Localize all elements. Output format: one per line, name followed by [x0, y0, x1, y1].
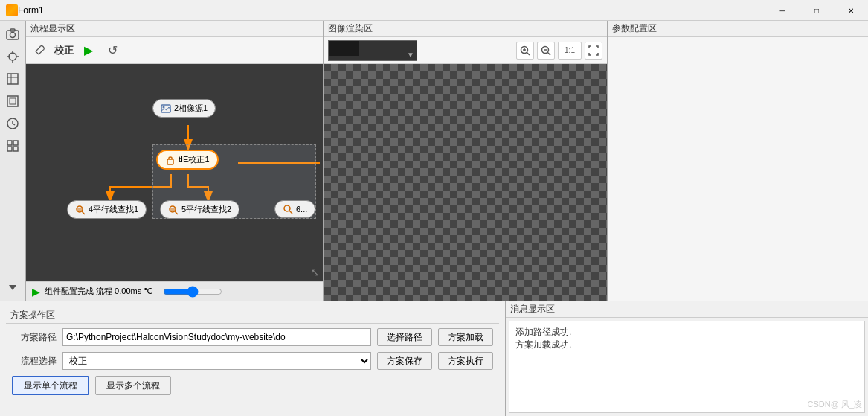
clock-tool-button[interactable]: [2, 113, 23, 134]
node-image-source[interactable]: 2相像源1: [152, 99, 216, 118]
execute-button[interactable]: 方案执行: [438, 352, 493, 370]
frame-tool-button[interactable]: [2, 91, 23, 112]
path-input[interactable]: [62, 328, 371, 346]
zoom-fit-button[interactable]: [585, 42, 602, 60]
flow-label: 流程选择: [12, 355, 57, 368]
flow-status-bar: ▶ 组件配置完成 流程 0.00ms ℃: [26, 281, 323, 301]
app-icon: [6, 4, 18, 16]
show-multi-flow-button[interactable]: 显示多个流程: [95, 376, 171, 395]
play-toolbar-button[interactable]: ▶: [80, 42, 97, 60]
wrench-toolbar-button[interactable]: [30, 42, 48, 60]
svg-line-39: [527, 52, 530, 55]
message-panel: 消息显示区 添加路径成功. 方案加载成功. CSDN@ 风_凌: [506, 301, 868, 416]
arrow-tool-button[interactable]: [2, 277, 23, 298]
params-content: [608, 37, 868, 301]
bottom-section: 方案操作区 方案路径 选择路径 方案加载 流程选择 校正 方案保存 方案执行: [0, 301, 868, 416]
main-container: 流程显示区 校正 ▶ ↺: [0, 21, 868, 416]
image-panel-header: 图像渲染区: [324, 21, 607, 37]
thumb-arrow-icon: ▼: [407, 51, 414, 59]
clock-icon: [6, 117, 19, 130]
crosshair-tool-button[interactable]: [2, 46, 23, 67]
zoom-out-button[interactable]: [537, 42, 555, 60]
node-label: 2相像源1: [174, 103, 208, 114]
path-label: 方案路径: [12, 331, 57, 344]
close-button[interactable]: ✕: [834, 0, 868, 21]
zoom-in-icon: [520, 45, 530, 56]
search-node-icon-3: [283, 204, 293, 214]
node-parallel-find-1[interactable]: 4平行线查找1: [67, 200, 147, 219]
image-panel: 图像渲染区 ▼: [324, 21, 608, 301]
crosshair-icon: [6, 50, 19, 63]
solution-content: 方案路径 选择路径 方案加载 流程选择 校正 方案保存 方案执行 显示单个流程: [6, 324, 499, 400]
node-parallel-find-2[interactable]: 5平行线查找2: [160, 200, 239, 219]
camera-tool-button[interactable]: [2, 24, 23, 45]
svg-rect-25: [161, 105, 170, 112]
minimize-button[interactable]: ─: [765, 0, 800, 21]
image-thumbnail: ▼: [328, 40, 417, 61]
lock-node-icon: [165, 155, 176, 165]
svg-line-15: [13, 124, 15, 125]
save-button[interactable]: 方案保存: [377, 352, 432, 370]
node-label: 4平行线查找1: [89, 204, 138, 215]
resize-handle[interactable]: ⤡: [311, 266, 320, 278]
svg-point-32: [170, 206, 176, 212]
svg-line-29: [82, 211, 85, 214]
zoom-out-icon: [541, 45, 551, 56]
node-label: 5平行线查找2: [181, 204, 231, 215]
node-calibrate[interactable]: tIE校正1: [156, 150, 219, 170]
load-button[interactable]: 方案加载: [438, 328, 493, 346]
svg-rect-17: [13, 141, 18, 145]
svg-rect-12: [10, 98, 16, 104]
flow-row: 流程选择 校正 方案保存 方案执行: [12, 352, 493, 370]
message-content: 添加路径成功. 方案加载成功.: [509, 321, 865, 413]
zoom-ratio-button[interactable]: 1:1: [558, 42, 582, 60]
image-toolbar: ▼ 1: [324, 37, 607, 64]
maximize-button[interactable]: □: [800, 0, 834, 21]
app-title: Form1: [18, 5, 862, 16]
path-row: 方案路径 选择路径 方案加载: [12, 328, 493, 346]
flow-select[interactable]: 校正: [62, 352, 371, 370]
status-slider[interactable]: [163, 287, 222, 296]
camera-icon: [6, 28, 19, 41]
node-label: 6...: [296, 205, 307, 214]
titlebar: Form1 ─ □ ✕: [0, 0, 868, 21]
svg-rect-19: [13, 147, 18, 151]
status-text: 组件配置完成 流程 0.00ms ℃: [45, 286, 152, 297]
flow-canvas[interactable]: 2相像源1 tIE校正1: [26, 64, 323, 281]
message-line-2: 方案加载成功.: [515, 339, 858, 351]
params-panel: 参数配置区: [608, 21, 868, 301]
svg-line-33: [175, 211, 178, 214]
repeat-toolbar-button[interactable]: ↺: [103, 42, 121, 60]
show-buttons-row: 显示单个流程 显示多个流程: [12, 376, 493, 395]
flow-toolbar: 校正 ▶ ↺: [26, 37, 323, 64]
svg-point-1: [10, 33, 16, 38]
zoom-in-button[interactable]: [516, 42, 534, 60]
status-play-icon: ▶: [32, 286, 40, 298]
select-path-button[interactable]: 选择路径: [377, 328, 432, 346]
svg-rect-16: [7, 141, 12, 145]
flow-title: 校正: [54, 44, 74, 57]
svg-rect-8: [7, 74, 18, 84]
image-canvas[interactable]: [324, 64, 607, 301]
frame-icon: [6, 95, 19, 108]
arrow-down-icon: [6, 281, 19, 294]
svg-rect-27: [167, 159, 173, 164]
grid-tool-button[interactable]: [2, 135, 23, 156]
checker-background: [324, 64, 607, 301]
top-section: 流程显示区 校正 ▶ ↺: [0, 21, 868, 301]
layers-tool-button[interactable]: [2, 68, 23, 89]
params-panel-header: 参数配置区: [608, 21, 868, 37]
svg-rect-18: [7, 147, 12, 151]
window-controls: ─ □ ✕: [765, 0, 868, 21]
node-parallel-find-3[interactable]: 6...: [274, 200, 315, 218]
grid-icon: [6, 139, 19, 153]
solution-panel: 方案操作区 方案路径 选择路径 方案加载 流程选择 校正 方案保存 方案执行: [0, 301, 506, 416]
svg-point-36: [284, 205, 290, 211]
wrench-icon: [33, 45, 45, 57]
search-node-icon-1: [75, 205, 86, 215]
svg-line-43: [547, 52, 550, 55]
svg-point-28: [77, 206, 83, 212]
layers-icon: [6, 72, 19, 86]
message-panel-header: 消息显示区: [506, 301, 868, 318]
show-single-flow-button[interactable]: 显示单个流程: [12, 376, 89, 395]
